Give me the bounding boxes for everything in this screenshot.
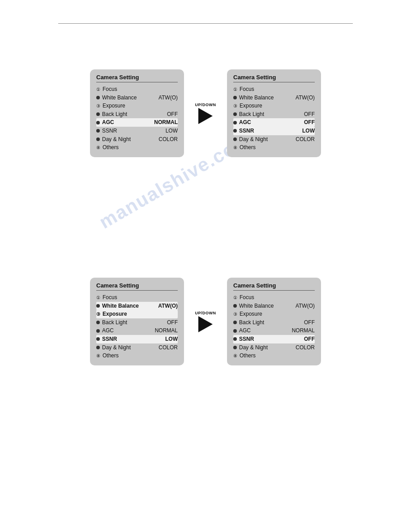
row-label: Day & Night bbox=[96, 135, 131, 144]
row-value: NORMAL bbox=[154, 118, 178, 127]
row-label: ③Exposure bbox=[233, 310, 262, 318]
row-label-text: White Balance bbox=[102, 94, 137, 102]
camera-row: ③Exposure bbox=[96, 102, 178, 110]
camera-row: ③Exposure bbox=[96, 310, 178, 318]
camera-row: White BalanceATW(O) bbox=[233, 302, 315, 310]
camera-row: ⑧Others bbox=[96, 143, 178, 152]
row-label-text: Day & Night bbox=[239, 343, 268, 352]
bullet-icon bbox=[96, 137, 100, 141]
camera-row: White BalanceATW(O) bbox=[96, 94, 178, 102]
camera-row: Day & NightCOLOR bbox=[96, 135, 178, 144]
bullet-icon bbox=[96, 337, 100, 341]
row-label: ③Exposure bbox=[96, 102, 125, 110]
diagram-top: Camera Setting①FocusWhite BalanceATW(O)③… bbox=[0, 69, 411, 157]
camera-row: Back LightOFF bbox=[233, 110, 315, 119]
camera-setting-title: Camera Setting bbox=[233, 282, 315, 291]
row-number: ① bbox=[96, 86, 100, 93]
row-label-text: Back Light bbox=[102, 110, 127, 119]
camera-row: ①Focus bbox=[233, 85, 315, 94]
row-value: COLOR bbox=[158, 135, 178, 144]
camera-setting-title: Camera Setting bbox=[233, 74, 315, 82]
camera-row: ⑧Others bbox=[233, 352, 315, 360]
row-label: Day & Night bbox=[233, 135, 268, 144]
bullet-icon bbox=[233, 321, 237, 324]
row-value: COLOR bbox=[158, 343, 178, 352]
camera-row: White BalanceATW(O) bbox=[96, 302, 178, 310]
bullet-icon bbox=[96, 321, 100, 324]
row-label-text: Day & Night bbox=[102, 343, 131, 352]
row-label-text: Back Light bbox=[102, 318, 127, 327]
bullet-icon bbox=[233, 121, 237, 124]
row-label-text: Focus bbox=[240, 85, 254, 94]
camera-row: SSNRLOW bbox=[233, 127, 315, 135]
row-label-text: Focus bbox=[240, 293, 254, 302]
camera-row: Back LightOFF bbox=[96, 110, 178, 119]
camera-row: ①Focus bbox=[233, 293, 315, 302]
row-label-text: Back Light bbox=[239, 110, 264, 119]
row-label: ③Exposure bbox=[96, 310, 127, 318]
row-number: ⑧ bbox=[96, 144, 100, 151]
row-number: ③ bbox=[233, 103, 237, 110]
camera-row: White BalanceATW(O) bbox=[233, 94, 315, 102]
top-divider bbox=[58, 23, 353, 24]
row-label: White Balance bbox=[96, 94, 137, 102]
camera-row: AGCNORMAL bbox=[96, 326, 178, 335]
row-value: NORMAL bbox=[155, 326, 178, 335]
updown-arrow: UP/DOWN bbox=[192, 311, 219, 332]
row-label: ⑧Others bbox=[96, 352, 119, 360]
row-label-text: AGC bbox=[239, 118, 251, 127]
bullet-icon bbox=[96, 346, 100, 349]
row-label: ①Focus bbox=[233, 85, 254, 94]
camera-row: ③Exposure bbox=[233, 102, 315, 110]
bullet-icon bbox=[96, 121, 100, 124]
diagram-bottom: Camera Setting①FocusWhite BalanceATW(O)③… bbox=[0, 278, 411, 365]
row-label-text: Exposure bbox=[103, 310, 127, 318]
row-label-text: Others bbox=[103, 143, 119, 152]
row-number: ⑧ bbox=[233, 144, 237, 151]
row-label-text: AGC bbox=[239, 326, 251, 335]
camera-setting-box: Camera Setting①FocusWhite BalanceATW(O)③… bbox=[227, 278, 321, 365]
row-value: OFF bbox=[304, 110, 315, 119]
row-value: LOW bbox=[166, 127, 178, 135]
camera-row: ③Exposure bbox=[233, 310, 315, 318]
row-label-text: Back Light bbox=[239, 318, 264, 327]
row-label: Back Light bbox=[233, 318, 264, 327]
row-label: Back Light bbox=[96, 318, 127, 327]
bullet-icon bbox=[96, 129, 100, 133]
row-value: ATW(O) bbox=[158, 302, 178, 310]
row-value: OFF bbox=[167, 110, 178, 119]
camera-row: Day & NightCOLOR bbox=[233, 343, 315, 352]
camera-row: ①Focus bbox=[96, 85, 178, 94]
camera-row: AGCNORMAL bbox=[233, 326, 315, 335]
camera-setting-box: Camera Setting①FocusWhite BalanceATW(O)③… bbox=[227, 69, 321, 157]
bullet-icon bbox=[233, 137, 237, 141]
row-label: Back Light bbox=[233, 110, 264, 119]
row-value: NORMAL bbox=[292, 326, 315, 335]
row-label-text: SSNR bbox=[102, 127, 117, 135]
row-label: White Balance bbox=[233, 94, 274, 102]
row-label: AGC bbox=[233, 118, 251, 127]
row-label: Back Light bbox=[96, 110, 127, 119]
camera-row: SSNRLOW bbox=[96, 335, 178, 343]
row-label: ①Focus bbox=[96, 85, 117, 94]
row-label-text: Others bbox=[103, 352, 119, 360]
camera-setting-box: Camera Setting①FocusWhite BalanceATW(O)③… bbox=[90, 69, 184, 157]
bullet-icon bbox=[96, 329, 100, 333]
row-label-text: White Balance bbox=[239, 302, 274, 310]
bullet-icon bbox=[233, 129, 237, 133]
row-label: AGC bbox=[96, 118, 114, 127]
row-number: ③ bbox=[96, 311, 100, 318]
row-label: SSNR bbox=[233, 335, 254, 343]
row-label: SSNR bbox=[96, 335, 117, 343]
row-value: OFF bbox=[304, 118, 315, 127]
row-label-text: Day & Night bbox=[239, 135, 268, 144]
row-value: OFF bbox=[304, 335, 315, 343]
row-label: ⑧Others bbox=[233, 143, 256, 152]
camera-row: ⑧Others bbox=[233, 143, 315, 152]
bullet-icon bbox=[233, 346, 237, 349]
camera-row: Back LightOFF bbox=[233, 318, 315, 327]
row-label-text: AGC bbox=[102, 118, 114, 127]
row-number: ⑧ bbox=[96, 352, 100, 360]
camera-row: AGCNORMAL bbox=[96, 118, 178, 127]
row-value: LOW bbox=[165, 335, 178, 343]
